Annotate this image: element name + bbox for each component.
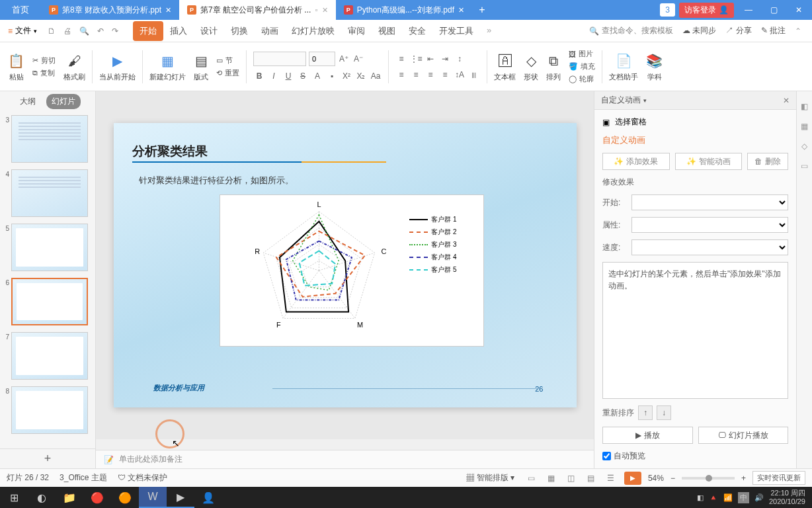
tab-devtools[interactable]: 开发工具	[432, 21, 480, 41]
chevron-down-icon[interactable]: ▾	[643, 97, 647, 104]
format-painter-button[interactable]: 🖌 格式刷	[60, 51, 89, 82]
doc-tab-3[interactable]: P Python高级编...--刘老师.pdf ✕	[336, 0, 472, 20]
minimize-button[interactable]: —	[738, 0, 759, 20]
align-center-button[interactable]: ≡	[410, 69, 422, 81]
cut-button[interactable]: ✂剪切	[32, 56, 56, 65]
justify-button[interactable]: ≡	[439, 69, 451, 81]
notification-button[interactable]: 实时资讯更新	[752, 471, 805, 485]
slide-thumb[interactable]	[11, 224, 88, 271]
layout-button[interactable]: ▤ 版式	[190, 51, 212, 82]
taskbar-explorer[interactable]: 📁	[56, 487, 83, 508]
strike-button[interactable]: S	[297, 70, 309, 82]
slides-tab[interactable]: 幻灯片	[46, 94, 81, 109]
columns-button[interactable]: ⫼	[468, 69, 480, 81]
horizontal-scrollbar[interactable]	[96, 439, 594, 450]
notes-bar[interactable]: 📝 单击此处添加备注	[96, 450, 594, 468]
outline-tab[interactable]: 大纲	[15, 94, 41, 109]
change-case-button[interactable]: Aa	[370, 70, 382, 82]
slide-canvas[interactable]: 分析聚类结果 针对聚类结果进行特征分析，如图所示。	[114, 123, 577, 407]
strip-icon-2[interactable]: ▦	[801, 122, 808, 131]
tab-insert[interactable]: 插入	[163, 21, 194, 41]
file-menu[interactable]: ≡ 文件 ▾	[4, 22, 41, 39]
subject-button[interactable]: 📚 学科	[642, 51, 667, 82]
select-pane-button[interactable]: ▣ 选择窗格	[602, 116, 788, 128]
doc-helper-button[interactable]: 📄 文档助手	[605, 51, 642, 82]
view-normal-button[interactable]: ▭	[525, 472, 538, 485]
maximize-button[interactable]: ▢	[763, 0, 784, 20]
view-notes-button[interactable]: ▤	[585, 472, 598, 485]
decrease-font-button[interactable]: A⁻	[352, 53, 364, 65]
taskbar-app[interactable]: 🔴	[83, 487, 111, 508]
batch-button[interactable]: ✎ 批注	[761, 25, 786, 36]
strip-icon-4[interactable]: ▭	[801, 161, 808, 171]
italic-button[interactable]: I	[268, 70, 280, 82]
arrange-button[interactable]: ⧉ 排列	[542, 51, 565, 82]
close-icon[interactable]: ✕	[458, 6, 464, 15]
add-slide-button[interactable]: +	[0, 448, 95, 468]
line-spacing-button[interactable]: ↕	[454, 53, 466, 65]
search-box[interactable]: 🔍 查找命令、搜索模板	[589, 25, 673, 36]
start-select[interactable]	[631, 194, 788, 210]
taskbar-app[interactable]: 🟠	[111, 487, 139, 508]
view-reading-button[interactable]: ◫	[565, 472, 578, 485]
close-icon[interactable]: ✕	[322, 6, 328, 15]
strip-icon-1[interactable]: ◧	[801, 102, 808, 111]
zoom-in-button[interactable]: +	[741, 474, 746, 483]
redo-icon[interactable]: ↷	[112, 26, 118, 36]
doc-protect-status[interactable]: 🛡 文档未保护	[118, 472, 167, 484]
zoom-level[interactable]: 54%	[648, 474, 664, 483]
close-icon[interactable]: ✕	[165, 6, 171, 15]
bullets-button[interactable]: ≡	[395, 53, 407, 65]
fill-button[interactable]: 🪣填充	[569, 62, 595, 71]
login-button[interactable]: 访客登录 👤	[679, 3, 734, 18]
taskbar-wps[interactable]: W	[139, 487, 167, 508]
textbox-button[interactable]: 🄰 文本框	[490, 51, 520, 82]
tray-icon[interactable]: 🔺	[709, 493, 718, 502]
close-button[interactable]: ✕	[788, 0, 809, 20]
tray-ime[interactable]: 中	[738, 492, 749, 503]
smart-animation-button[interactable]: ✨智能动画	[675, 153, 743, 170]
numbering-button[interactable]: ⋮≡	[410, 53, 422, 65]
auto-preview-checkbox[interactable]: 自动预览	[602, 450, 788, 462]
text-direction-button[interactable]: ↕A	[454, 69, 466, 81]
increase-font-button[interactable]: A⁺	[338, 53, 350, 65]
collapse-ribbon[interactable]: ⌃	[795, 26, 801, 36]
property-select[interactable]	[631, 217, 788, 233]
tray-icon[interactable]: 📶	[723, 493, 733, 502]
tab-review[interactable]: 审阅	[341, 21, 372, 41]
paste-button[interactable]: 📋 粘贴	[4, 51, 28, 82]
font-color-button[interactable]: A	[311, 70, 323, 82]
slide-thumb[interactable]	[11, 169, 88, 217]
add-tab-button[interactable]: +	[472, 4, 492, 16]
move-down-button[interactable]: ↓	[657, 405, 671, 420]
home-tab[interactable]: 首页	[0, 0, 41, 20]
bold-button[interactable]: B	[253, 70, 265, 82]
close-pane-button[interactable]: ✕	[783, 96, 790, 105]
tab-slideshow[interactable]: 幻灯片放映	[285, 21, 341, 41]
font-size-select[interactable]	[309, 52, 335, 66]
align-right-button[interactable]: ≡	[425, 69, 436, 81]
play-button[interactable]: ▶播放	[602, 427, 693, 444]
tab-animation[interactable]: 动画	[255, 21, 285, 41]
play-from-current-button[interactable]: ▶ 当从前开始	[95, 51, 140, 82]
outline-button[interactable]: ◯轮廓	[569, 74, 595, 84]
share-button[interactable]: ↗ 分享	[725, 25, 751, 36]
taskbar-app[interactable]: ◐	[28, 487, 56, 508]
section-button[interactable]: ▭节	[216, 56, 239, 65]
undo-icon[interactable]: ↶	[97, 26, 104, 36]
present-icon[interactable]: ▫	[315, 5, 317, 15]
thumbnails-list[interactable]: 3 4 5 6 7 8	[0, 111, 95, 448]
print-icon[interactable]: 🖨	[63, 26, 71, 36]
view-outline-button[interactable]: ☰	[604, 472, 618, 485]
zoom-out-button[interactable]: −	[670, 474, 675, 483]
badge[interactable]: 3	[660, 3, 675, 17]
preview-icon[interactable]: 🔍	[79, 26, 89, 36]
doc-tab-1[interactable]: P 第8章 财政收入预测分析.ppt ✕	[41, 0, 179, 20]
zoom-slider[interactable]	[682, 477, 735, 480]
slide-title[interactable]: 分析聚类结果	[132, 143, 208, 160]
slideshow-button[interactable]: 🖵幻灯片播放	[698, 427, 789, 444]
save-icon[interactable]: 🗋	[48, 26, 56, 36]
sync-button[interactable]: ☁ 未同步	[682, 25, 716, 36]
radar-chart[interactable]: L C M F R 客户群 1 客户群 2 客户群 3 客户群 4 客户群 5	[220, 194, 484, 347]
move-up-button[interactable]: ↑	[638, 405, 653, 420]
